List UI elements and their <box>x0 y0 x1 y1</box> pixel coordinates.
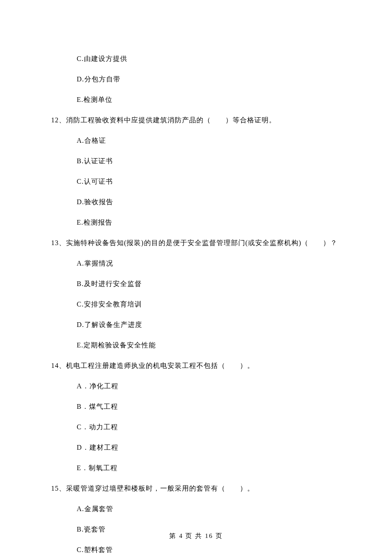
question-block: 12、消防工程验收资料中应提供建筑消防产品的（ ）等合格证明。 A.合格证 B.… <box>51 115 341 228</box>
option-item: C.塑料套管 <box>77 545 341 555</box>
option-item: D.了解设备生产进度 <box>77 320 341 330</box>
option-item: A.合格证 <box>77 136 341 146</box>
option-item: E．制氧工程 <box>77 463 341 473</box>
option-item: E.定期检验设备安全性能 <box>77 340 341 350</box>
option-item: C．动力工程 <box>77 422 341 432</box>
option-item: E.检测报告 <box>77 217 341 228</box>
option-item: B．煤气工程 <box>77 402 341 412</box>
option-item: A．净化工程 <box>77 381 341 391</box>
page-footer: 第 4 页 共 16 页 <box>0 531 392 541</box>
option-item: B.认证证书 <box>77 156 341 166</box>
question-stem: 14、机电工程注册建造师执业的机电安装工程不包括（ ）。 <box>51 361 341 371</box>
option-item: A.金属套管 <box>77 504 341 514</box>
question-stem: 13、实施特种设备告知(报装)的目的是便于安全监督管理部门(或安全监察机构)（ … <box>51 238 341 248</box>
page-content: C.由建设方提供 D.分包方自带 E.检测单位 12、消防工程验收资料中应提供建… <box>0 0 392 555</box>
option-item: D．建材工程 <box>77 442 341 453</box>
option-item: B.及时进行安全监督 <box>77 279 341 289</box>
option-item: D.验收报告 <box>77 197 341 207</box>
question-stem: 12、消防工程验收资料中应提供建筑消防产品的（ ）等合格证明。 <box>51 115 341 125</box>
orphan-options-group: C.由建设方提供 D.分包方自带 E.检测单位 <box>51 54 341 105</box>
option-item: A.掌握情况 <box>77 258 341 269</box>
question-block: 15、采暖管道穿过墙壁和楼板时，一般采用的套管有（ ）。 A.金属套管 B.瓷套… <box>51 483 341 555</box>
question-block: 14、机电工程注册建造师执业的机电安装工程不包括（ ）。 A．净化工程 B．煤气… <box>51 361 341 473</box>
option-item: D.分包方自带 <box>77 74 341 84</box>
option-item: C.安排安全教育培训 <box>77 299 341 309</box>
question-stem: 15、采暖管道穿过墙壁和楼板时，一般采用的套管有（ ）。 <box>51 483 341 494</box>
option-item: E.检测单位 <box>77 95 341 105</box>
option-item: C.由建设方提供 <box>77 54 341 64</box>
question-block: 13、实施特种设备告知(报装)的目的是便于安全监督管理部门(或安全监察机构)（ … <box>51 238 341 350</box>
option-item: C.认可证书 <box>77 176 341 187</box>
